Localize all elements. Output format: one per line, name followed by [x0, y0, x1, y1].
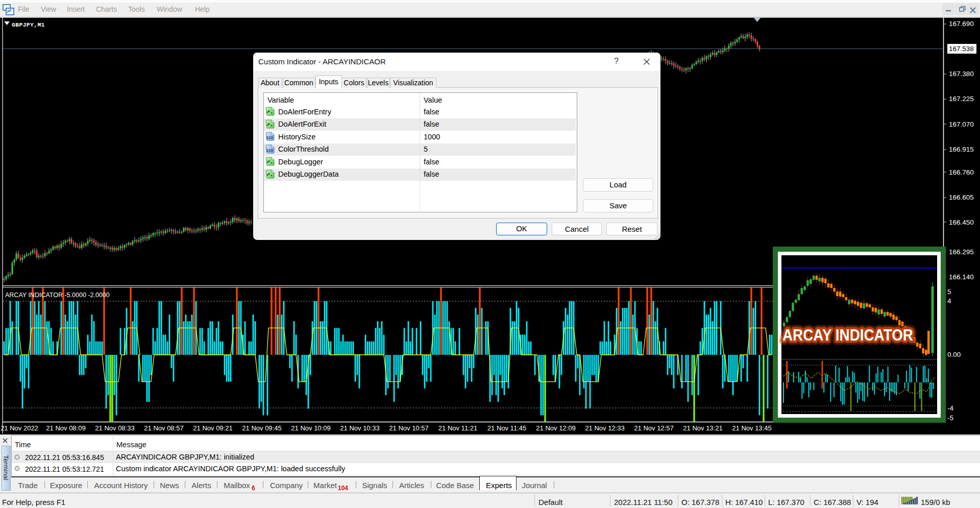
- svg-text:21 Nov 09:21: 21 Nov 09:21: [193, 424, 232, 432]
- svg-text:ARCAY INDICATOR -5.0000 -2.000: ARCAY INDICATOR -5.0000 -2.0000: [5, 292, 110, 299]
- svg-text:166.295: 166.295: [949, 248, 974, 256]
- svg-text:-5: -5: [947, 414, 953, 422]
- svg-text:21 Nov 08:09: 21 Nov 08:09: [46, 424, 85, 432]
- svg-text:GBPJPY,M1: GBPJPY,M1: [12, 21, 45, 28]
- svg-text:4: 4: [947, 297, 951, 305]
- svg-text:166.915: 166.915: [949, 146, 974, 153]
- svg-text:21 Nov 12:33: 21 Nov 12:33: [585, 424, 624, 432]
- svg-text:167.380: 167.380: [949, 70, 974, 78]
- svg-text:21 Nov 11:21: 21 Nov 11:21: [438, 424, 477, 432]
- svg-text:166.450: 166.450: [949, 219, 974, 226]
- svg-text:21 Nov 13:21: 21 Nov 13:21: [683, 424, 722, 432]
- svg-text:123: 123: [266, 135, 273, 140]
- svg-text:21 Nov 2022: 21 Nov 2022: [1, 424, 38, 432]
- svg-text:167.070: 167.070: [949, 120, 974, 128]
- svg-text:5: 5: [947, 288, 951, 296]
- svg-text:123: 123: [266, 148, 273, 152]
- svg-text:21 Nov 10:09: 21 Nov 10:09: [291, 424, 330, 432]
- svg-text:166.140: 166.140: [949, 273, 974, 281]
- svg-text:21 Nov 10:33: 21 Nov 10:33: [340, 424, 379, 432]
- svg-text:166.605: 166.605: [949, 193, 974, 201]
- svg-text:21 Nov 09:45: 21 Nov 09:45: [242, 424, 281, 432]
- svg-text:21 Nov 13:45: 21 Nov 13:45: [732, 424, 771, 432]
- svg-text:21 Nov 12:09: 21 Nov 12:09: [536, 424, 575, 432]
- svg-text:21 Nov 12:57: 21 Nov 12:57: [634, 424, 673, 432]
- svg-text:-4: -4: [947, 404, 953, 412]
- svg-text:21 Nov 10:57: 21 Nov 10:57: [389, 424, 428, 432]
- svg-text:21 Nov 11:45: 21 Nov 11:45: [487, 424, 526, 432]
- svg-text:167.538: 167.538: [949, 45, 974, 53]
- svg-text:ARCAY INDICATOR: ARCAY INDICATOR: [782, 326, 913, 344]
- svg-text:167.690: 167.690: [949, 20, 974, 28]
- svg-text:167.225: 167.225: [949, 95, 974, 103]
- svg-text:21 Nov 08:57: 21 Nov 08:57: [144, 424, 183, 432]
- svg-text:166.760: 166.760: [949, 168, 974, 176]
- svg-text:21 Nov 08:33: 21 Nov 08:33: [95, 424, 134, 432]
- svg-text:0.00: 0.00: [947, 351, 961, 358]
